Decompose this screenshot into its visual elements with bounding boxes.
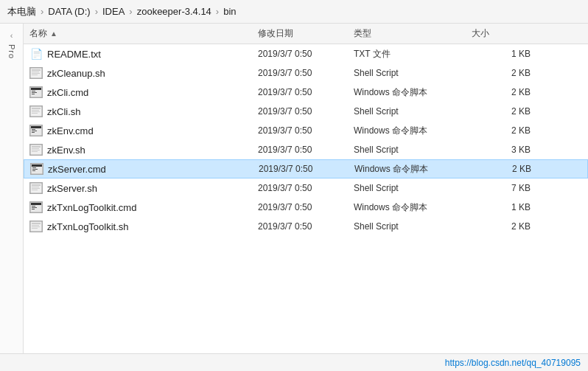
cmd-icon: [29, 125, 43, 136]
file-name-cell: zkServer.sh: [29, 182, 258, 194]
svg-rect-33: [32, 188, 40, 189]
svg-rect-23: [32, 150, 40, 150]
file-size-cell: 2 KB: [472, 125, 531, 136]
cmd-icon: [30, 163, 43, 175]
file-type-cell: Windows 命令脚本: [354, 163, 472, 176]
sh-icon: [29, 105, 43, 117]
file-type-cell: Shell Script: [354, 68, 472, 78]
svg-rect-22: [32, 148, 39, 149]
table-row[interactable]: zkTxnLogToolkit.cmd 2019/3/7 0:50 Window…: [24, 198, 588, 217]
svg-rect-18: [32, 131, 37, 131]
svg-rect-29: [32, 170, 35, 171]
file-size-cell: 2 KB: [472, 68, 531, 78]
svg-rect-34: [32, 190, 38, 190]
main-area: ‹ Pro 名称 ▲ 修改日期 类型 大小 📄 README.txt: [0, 24, 588, 353]
table-row[interactable]: zkServer.sh 2019/3/7 0:50 Shell Script 7…: [24, 178, 588, 198]
svg-rect-36: [31, 203, 41, 205]
table-row[interactable]: zkServer.cmd 2019/3/7 0:50 Windows 命令脚本 …: [24, 159, 588, 178]
svg-rect-41: [32, 223, 41, 224]
svg-rect-2: [32, 72, 39, 72]
table-row[interactable]: zkCli.cmd 2019/3/7 0:50 Windows 命令脚本 2 K…: [24, 83, 588, 102]
sh-icon: [29, 67, 43, 79]
col-header-date[interactable]: 修改日期: [258, 27, 354, 40]
breadcrumb-item-1[interactable]: DATA (D:): [48, 6, 90, 17]
cmd-icon: [29, 86, 43, 98]
breadcrumb-item-0[interactable]: 本电脑: [7, 5, 36, 18]
sidebar: ‹ Pro: [0, 24, 24, 353]
file-name: zkServer.cmd: [48, 164, 106, 175]
column-headers: 名称 ▲ 修改日期 类型 大小: [24, 24, 588, 44]
file-size-cell: 2 KB: [472, 106, 531, 117]
breadcrumb-item-3[interactable]: zookeeper-3.4.14: [137, 6, 211, 17]
file-name: zkCleanup.sh: [47, 68, 105, 79]
table-row[interactable]: zkCleanup.sh 2019/3/7 0:50 Shell Script …: [24, 63, 588, 83]
cmd-icon: [29, 201, 43, 213]
file-size-cell: 2 KB: [472, 87, 531, 97]
col-header-size[interactable]: 大小: [472, 27, 531, 40]
svg-rect-4: [32, 74, 38, 75]
file-type-cell: Windows 命令脚本: [354, 125, 472, 137]
svg-rect-3: [32, 73, 40, 74]
sidebar-collapse-arrow[interactable]: ‹: [9, 30, 15, 41]
file-date-cell: 2019/3/7 0:50: [258, 221, 354, 232]
svg-rect-21: [32, 146, 41, 148]
file-list[interactable]: 📄 README.txt 2019/3/7 0:50 TXT 文件 1 KB z…: [24, 44, 588, 353]
file-date-cell: 2019/3/7 0:50: [258, 106, 354, 117]
table-row[interactable]: 📄 README.txt 2019/3/7 0:50 TXT 文件 1 KB: [24, 44, 588, 63]
file-size-cell: 2 KB: [472, 221, 531, 232]
file-date-cell: 2019/3/7 0:50: [258, 87, 354, 97]
svg-rect-16: [31, 126, 41, 128]
file-name: zkTxnLogToolkit.cmd: [47, 202, 136, 213]
file-date-cell: 2019/3/7 0:50: [258, 202, 354, 212]
file-name-cell: zkCli.cmd: [29, 86, 258, 98]
file-date-cell: 2019/3/7 0:50: [259, 164, 354, 174]
svg-rect-27: [32, 167, 36, 168]
svg-rect-7: [32, 91, 35, 91]
file-name-cell: zkServer.cmd: [30, 163, 259, 175]
file-type-cell: Shell Script: [354, 145, 472, 155]
svg-rect-12: [32, 110, 39, 111]
table-row[interactable]: zkEnv.sh 2019/3/7 0:50 Shell Script 3 KB: [24, 140, 588, 159]
svg-rect-26: [32, 164, 42, 167]
file-type-cell: Shell Script: [354, 183, 472, 193]
file-type-cell: Windows 命令脚本: [354, 201, 472, 214]
svg-rect-31: [32, 184, 41, 186]
file-type-cell: Shell Script: [354, 221, 472, 232]
file-type-cell: Shell Script: [354, 106, 472, 117]
svg-rect-6: [31, 88, 41, 90]
svg-rect-19: [32, 132, 35, 133]
svg-rect-11: [32, 108, 41, 109]
svg-rect-39: [32, 209, 35, 209]
file-name: zkTxnLogToolkit.sh: [47, 221, 129, 232]
svg-rect-24: [32, 151, 38, 152]
file-name-cell: zkTxnLogToolkit.sh: [29, 221, 258, 232]
svg-rect-9: [32, 94, 35, 94]
file-size-cell: 1 KB: [472, 202, 531, 212]
breadcrumb-sep-2: ›: [129, 6, 132, 17]
col-header-name[interactable]: 名称 ▲: [29, 27, 258, 40]
file-name-cell: zkCleanup.sh: [29, 67, 258, 79]
sort-arrow-icon: ▲: [50, 30, 57, 38]
file-size-cell: 2 KB: [472, 164, 531, 174]
svg-rect-38: [32, 207, 37, 208]
file-date-cell: 2019/3/7 0:50: [258, 49, 354, 59]
svg-rect-8: [32, 92, 37, 93]
table-row[interactable]: zkCli.sh 2019/3/7 0:50 Shell Script 2 KB: [24, 102, 588, 121]
file-date-cell: 2019/3/7 0:50: [258, 183, 354, 193]
svg-rect-37: [32, 206, 35, 207]
sh-icon: [29, 221, 43, 232]
svg-rect-14: [32, 113, 38, 114]
file-type-cell: Windows 命令脚本: [354, 86, 472, 99]
col-header-type[interactable]: 类型: [354, 27, 472, 40]
breadcrumb-item-2[interactable]: IDEA: [102, 6, 125, 17]
svg-rect-28: [32, 169, 38, 170]
file-area: 名称 ▲ 修改日期 类型 大小 📄 README.txt 2019/3/7 0:…: [24, 24, 588, 353]
table-row[interactable]: zkEnv.cmd 2019/3/7 0:50 Windows 命令脚本 2 K…: [24, 121, 588, 140]
breadcrumb-bar: 本电脑 › DATA (D:) › IDEA › zookeeper-3.4.1…: [0, 0, 588, 24]
file-size-cell: 3 KB: [472, 145, 531, 155]
file-size-cell: 7 KB: [472, 183, 531, 193]
sidebar-label: Pro: [7, 44, 16, 59]
table-row[interactable]: zkTxnLogToolkit.sh 2019/3/7 0:50 Shell S…: [24, 217, 588, 236]
file-name-cell: zkCli.sh: [29, 105, 258, 117]
svg-rect-13: [32, 111, 40, 112]
